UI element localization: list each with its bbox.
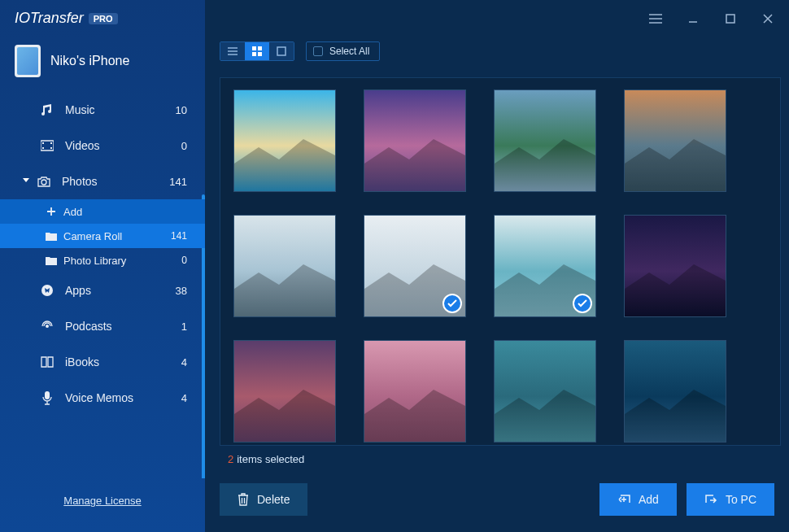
nav-label: Voice Memos <box>65 391 133 404</box>
nav-count: 4 <box>181 356 187 368</box>
view-toolbar: Select All <box>205 37 789 66</box>
nav-label: Apps <box>65 284 91 297</box>
music-icon <box>41 103 54 116</box>
photo-thumb[interactable] <box>494 215 596 317</box>
svg-rect-10 <box>252 46 256 50</box>
nav-sub-label: Add <box>63 206 82 218</box>
photo-image <box>625 216 726 316</box>
menu-icon[interactable] <box>643 6 669 32</box>
device-thumb-icon <box>15 45 41 77</box>
photo-thumb[interactable] <box>364 340 466 443</box>
nav-sub-label: Camera Roll <box>63 230 122 242</box>
nav-photos[interactable]: Photos141 <box>0 164 205 199</box>
footer: Delete Add To PC <box>205 472 789 532</box>
nav: Music10Videos0Photos141AddCamera Roll141… <box>0 92 205 478</box>
view-list-icon[interactable] <box>220 42 245 60</box>
manage-license-text[interactable]: Manage License <box>63 495 141 507</box>
photo-image <box>364 90 465 191</box>
to-pc-button[interactable]: To PC <box>687 483 774 516</box>
photo-image <box>495 341 595 442</box>
svg-rect-9 <box>726 15 735 23</box>
photo-thumb[interactable] <box>233 89 336 192</box>
svg-rect-13 <box>258 52 262 56</box>
nav-count: 38 <box>176 285 187 297</box>
app-logo: IOTransfer PRO <box>0 0 205 37</box>
svg-rect-3 <box>50 142 52 144</box>
nav-label: Photos <box>62 175 98 188</box>
status-bar: 2 items selected <box>205 446 789 472</box>
svg-rect-2 <box>42 147 44 149</box>
select-all-label: Select All <box>329 46 369 57</box>
nav-sub-count: 0 <box>181 255 187 266</box>
select-all-button[interactable]: Select All <box>306 41 380 61</box>
photo-image <box>364 341 465 442</box>
nav-podcasts[interactable]: Podcasts1 <box>0 308 205 344</box>
sidebar: IOTransfer PRO Niko's iPhone Music10Vide… <box>0 0 205 532</box>
photo-grid-scroll[interactable] <box>220 77 781 446</box>
folder-icon <box>46 230 57 242</box>
svg-point-5 <box>41 180 46 185</box>
nav-sub-label: Photo Library <box>63 255 126 267</box>
mic-icon <box>41 391 54 404</box>
svg-rect-11 <box>258 46 262 50</box>
nav-count: 4 <box>181 392 187 404</box>
selection-suffix: items selected <box>237 453 304 465</box>
nav-sub-photo-library[interactable]: Photo Library0 <box>0 248 205 273</box>
photo-thumb[interactable] <box>624 89 726 192</box>
minimize-icon[interactable] <box>680 6 706 32</box>
main: Select All 2 items selected Delete Add T… <box>205 0 789 532</box>
photo-grid-wrap <box>205 66 789 446</box>
nav-sub-camera-roll[interactable]: Camera Roll141 <box>0 224 205 248</box>
titlebar <box>205 0 789 37</box>
nav-label: Music <box>65 103 95 116</box>
svg-rect-8 <box>45 391 50 399</box>
view-group <box>220 41 294 61</box>
add-label: Add <box>639 493 659 506</box>
camera-icon <box>37 175 50 188</box>
svg-rect-1 <box>42 142 44 144</box>
svg-rect-12 <box>252 52 256 56</box>
nav-sub-count: 141 <box>171 230 187 242</box>
to-pc-label: To PC <box>726 493 756 506</box>
nav-count: 0 <box>181 140 187 152</box>
plus-icon <box>46 206 57 217</box>
nav-videos[interactable]: Videos0 <box>0 128 205 164</box>
photo-thumb[interactable] <box>494 89 596 192</box>
delete-button[interactable]: Delete <box>220 483 307 516</box>
photo-image <box>234 216 335 316</box>
nav-label: Podcasts <box>65 320 112 333</box>
book-icon <box>41 355 54 368</box>
photo-image <box>234 90 335 191</box>
photo-image <box>625 341 726 442</box>
photo-image <box>495 90 595 191</box>
photo-thumb[interactable] <box>233 215 336 317</box>
chevron-down-icon <box>23 178 31 185</box>
folder-icon <box>46 255 57 266</box>
manage-license-link[interactable]: Manage License <box>0 478 205 532</box>
photo-thumb[interactable] <box>364 215 466 317</box>
photo-thumb[interactable] <box>364 89 466 192</box>
video-icon <box>41 139 54 152</box>
nav-count: 141 <box>169 176 187 188</box>
close-icon[interactable] <box>755 6 781 32</box>
checkbox-icon <box>313 46 323 56</box>
view-grid-icon[interactable] <box>245 42 269 60</box>
apps-icon <box>41 284 54 297</box>
photo-thumb[interactable] <box>233 340 336 443</box>
nav-count: 10 <box>176 104 187 116</box>
photo-thumb[interactable] <box>624 340 726 443</box>
nav-apps[interactable]: Apps38 <box>0 273 205 308</box>
photo-image <box>234 341 335 442</box>
nav-music[interactable]: Music10 <box>0 92 205 128</box>
nav-voice-memos[interactable]: Voice Memos4 <box>0 380 205 416</box>
nav-label: iBooks <box>65 355 99 368</box>
maximize-icon[interactable] <box>717 6 743 32</box>
view-large-icon[interactable] <box>269 42 294 60</box>
photo-thumb[interactable] <box>624 215 726 317</box>
device-header[interactable]: Niko's iPhone <box>0 37 205 92</box>
add-button[interactable]: Add <box>599 483 677 516</box>
nav-ibooks[interactable]: iBooks4 <box>0 344 205 380</box>
selected-check-icon <box>573 294 592 313</box>
photo-thumb[interactable] <box>494 340 596 443</box>
nav-sub-add[interactable]: Add <box>0 199 205 224</box>
